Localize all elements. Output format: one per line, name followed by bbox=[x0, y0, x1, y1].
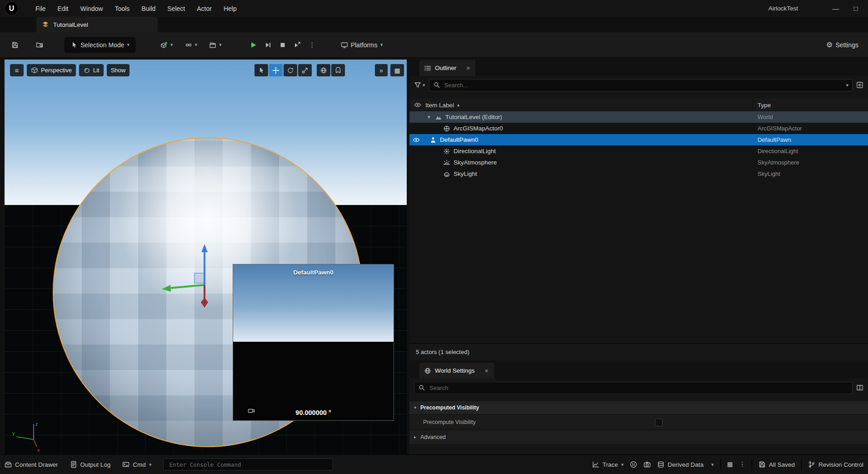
outliner-search-input[interactable] bbox=[444, 81, 843, 89]
console-command-input[interactable] bbox=[168, 461, 328, 469]
play-options-button[interactable]: ⋮ bbox=[306, 37, 319, 53]
outliner-row-skyatmosphere[interactable]: SkyAtmosphere SkyAtmosphere bbox=[409, 157, 868, 168]
browse-content-button[interactable] bbox=[33, 37, 46, 53]
maximize-button[interactable]: □ bbox=[848, 5, 863, 12]
viewport-canvas[interactable]: DefaultPawn0 90.000000 ° ≡ Perspective L… bbox=[5, 60, 407, 454]
precompute-visibility-checkbox[interactable] bbox=[655, 419, 663, 426]
tab-world-settings[interactable]: World Settings × bbox=[419, 363, 494, 379]
outliner-row-level[interactable]: ▾ TutorialLevel (Editor) World bbox=[409, 111, 868, 123]
close-icon[interactable]: × bbox=[485, 368, 489, 374]
play-button[interactable] bbox=[247, 37, 260, 53]
world-settings-search-input[interactable] bbox=[429, 384, 848, 392]
blueprints-button[interactable]: ▾ bbox=[182, 37, 201, 53]
outliner-options-icon[interactable] bbox=[856, 81, 863, 89]
world-settings-search-box[interactable] bbox=[414, 382, 853, 394]
content-drawer-button[interactable]: Content Drawer bbox=[5, 461, 58, 468]
expander-icon: ▾ bbox=[414, 405, 416, 410]
launch-button[interactable] bbox=[290, 37, 304, 53]
trace-dropdown[interactable]: Trace ▾ bbox=[592, 461, 624, 468]
save-button[interactable] bbox=[8, 37, 22, 53]
visibility-eye-icon[interactable] bbox=[413, 136, 420, 144]
all-saved-button[interactable]: All Saved bbox=[758, 461, 795, 468]
select-tool-button[interactable] bbox=[254, 64, 268, 76]
outliner-row-arcgismapactor[interactable]: ArcGISMapActor0 ArcGISMapActor bbox=[409, 123, 868, 134]
snap-magnet-icon bbox=[334, 67, 342, 74]
stop-button[interactable] bbox=[276, 37, 289, 53]
outliner-row-directionallight[interactable]: DirectionalLight DirectionalLight bbox=[409, 145, 868, 157]
outliner-row-skylight[interactable]: SkyLight SkyLight bbox=[409, 168, 868, 180]
menu-help[interactable]: Help bbox=[218, 5, 243, 12]
column-type[interactable]: Type bbox=[758, 102, 771, 109]
cmd-dropdown[interactable]: Cmd ▾ bbox=[122, 461, 151, 468]
expander-icon[interactable]: ▾ bbox=[428, 115, 435, 120]
chevron-down-icon[interactable]: ▾ bbox=[846, 83, 848, 88]
column-item-label[interactable]: Item Label bbox=[425, 102, 454, 109]
tab-outliner[interactable]: Outliner × bbox=[419, 60, 475, 76]
grid-icon: ▦ bbox=[394, 67, 400, 74]
step-forward-icon bbox=[264, 41, 272, 49]
pawn-icon bbox=[429, 136, 437, 144]
menu-edit[interactable]: Edit bbox=[52, 5, 75, 12]
unreal-logo-icon[interactable]: U bbox=[5, 1, 19, 15]
actor-count: 5 actors (1 selected) bbox=[416, 349, 469, 355]
menu-file[interactable]: File bbox=[30, 5, 52, 12]
chevron-down-icon: ▾ bbox=[149, 462, 152, 467]
category-precomputed-visibility[interactable]: ▾ Precomputed Visibility bbox=[409, 401, 868, 414]
move-tool-button[interactable] bbox=[269, 64, 283, 76]
outliner-row-defaultpawn[interactable]: DefaultPawn0 DefaultPawn bbox=[409, 134, 868, 145]
console-command-box[interactable] bbox=[163, 459, 333, 470]
vertical-dots-icon[interactable]: ⋮ bbox=[739, 461, 745, 468]
status-bar: Content Drawer Output Log Cmd ▾ Trace ▾ … bbox=[0, 454, 868, 474]
tab-tutoriallevel[interactable]: TutorialLevel bbox=[36, 17, 158, 32]
menubar: U File Edit Window Tools Build Select Ac… bbox=[0, 0, 868, 17]
advanced-section[interactable]: ▸ Advanced bbox=[409, 430, 868, 444]
settings-button[interactable]: ⚙ Settings bbox=[823, 37, 862, 53]
minimize-button[interactable]: — bbox=[828, 5, 843, 12]
outliner-search-row: ▾ ▾ bbox=[409, 78, 868, 92]
perspective-dropdown[interactable]: Perspective bbox=[27, 64, 76, 76]
add-actor-button[interactable]: ▾ bbox=[157, 37, 176, 53]
surface-snapping-button[interactable] bbox=[331, 64, 345, 76]
output-log-button[interactable]: Output Log bbox=[70, 461, 111, 468]
sort-ascending-icon[interactable]: ▴ bbox=[457, 103, 459, 107]
play-icon bbox=[250, 41, 257, 49]
derived-data-dropdown[interactable]: Derived Data ▾ bbox=[657, 461, 713, 468]
row-type: SkyAtmosphere bbox=[758, 159, 799, 166]
viewport-layout-button[interactable]: ▦ bbox=[390, 64, 404, 76]
revision-control-button[interactable]: Revision Control bbox=[808, 461, 863, 468]
menu-window[interactable]: Window bbox=[75, 5, 109, 12]
outliner-search-box[interactable]: ▾ bbox=[429, 79, 853, 91]
skip-frame-button[interactable] bbox=[261, 37, 275, 53]
cinematics-button[interactable]: ▾ bbox=[206, 37, 225, 53]
world-space-toggle[interactable] bbox=[317, 64, 330, 76]
grid-snap-icon[interactable]: ▦ bbox=[727, 461, 733, 468]
show-dropdown[interactable]: Show bbox=[107, 64, 130, 76]
outliner-filter-button[interactable]: ▾ bbox=[414, 81, 425, 89]
cmd-label: Cmd bbox=[133, 461, 146, 468]
pause-insights-icon[interactable] bbox=[630, 461, 637, 468]
visibility-eye-icon[interactable] bbox=[414, 101, 421, 109]
screenshot-camera-icon[interactable] bbox=[644, 461, 651, 468]
scale-tool-button[interactable] bbox=[298, 64, 312, 76]
menu-select[interactable]: Select bbox=[161, 5, 191, 12]
perspective-label: Perspective bbox=[41, 67, 72, 74]
detail-view-options-icon[interactable] bbox=[856, 384, 863, 391]
viewport-options-button[interactable]: ≡ bbox=[10, 64, 24, 76]
menu-build[interactable]: Build bbox=[135, 5, 161, 12]
outliner-table-header[interactable]: Item Label ▴ Type bbox=[409, 99, 868, 112]
map-actor-icon bbox=[443, 125, 450, 132]
rotate-tool-button[interactable] bbox=[284, 64, 297, 76]
lit-dropdown[interactable]: Lit bbox=[79, 64, 104, 76]
menu-actor[interactable]: Actor bbox=[191, 5, 218, 12]
chevron-down-icon: ▾ bbox=[711, 462, 714, 467]
property-label: Precompute Visibility bbox=[423, 419, 476, 425]
platforms-dropdown[interactable]: Platforms ▾ bbox=[338, 37, 386, 53]
tab-label: TutorialLevel bbox=[53, 21, 88, 28]
selection-mode-dropdown[interactable]: Selection Mode ▾ bbox=[65, 37, 135, 53]
unreal-editor-window: U File Edit Window Tools Build Select Ac… bbox=[0, 0, 868, 474]
viewport-expand-button[interactable]: » bbox=[375, 64, 388, 76]
world-icon bbox=[435, 114, 442, 121]
menu-tools[interactable]: Tools bbox=[109, 5, 135, 12]
output-log-icon bbox=[70, 461, 77, 468]
close-icon[interactable]: × bbox=[466, 65, 470, 71]
